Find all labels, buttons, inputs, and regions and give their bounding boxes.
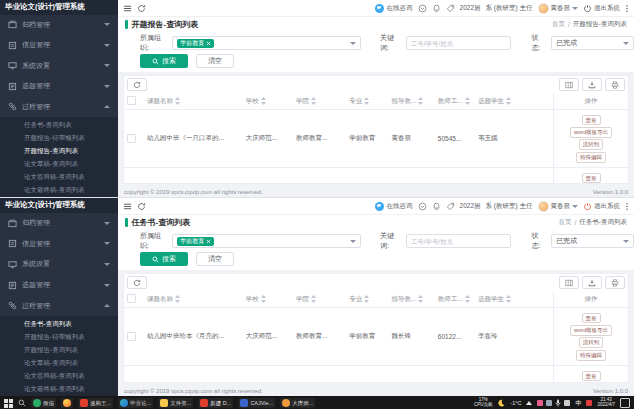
tray-icon-red[interactable]: [586, 400, 592, 406]
transfer-button[interactable]: 流转到: [579, 139, 604, 150]
weather-temp[interactable]: -1°C: [510, 400, 521, 406]
close-icon[interactable]: [206, 41, 211, 46]
org-select[interactable]: 学前教育: [172, 36, 361, 50]
sort-icon[interactable]: [175, 295, 180, 303]
col-header-student[interactable]: 选题学生: [475, 93, 553, 110]
sidebar-item-system[interactable]: 系统设置: [0, 254, 118, 275]
taskbar-app-dqsf[interactable]: 大庆师...: [280, 398, 315, 408]
tag-icon[interactable]: [446, 4, 455, 13]
start-button[interactable]: [4, 399, 13, 408]
export-button[interactable]: [582, 276, 602, 289]
search-button[interactable]: 搜索: [140, 54, 188, 68]
col-header-major[interactable]: 专业: [346, 93, 388, 110]
sidebar-subitem-draft-query[interactable]: 论文草稿-查询列表: [0, 157, 118, 170]
select-all-checkbox[interactable]: [127, 96, 136, 105]
taskbar-app-cajviewer[interactable]: CAJVie...: [238, 398, 275, 408]
sidebar-item-info[interactable]: 信息管理: [0, 35, 118, 55]
sidebar-subitem-defense-query[interactable]: 论文答辩稿-查询列表: [0, 170, 118, 183]
tray-icon-2[interactable]: [546, 400, 552, 406]
sidebar-subitem-final-query[interactable]: 论文最终稿-查询列表: [0, 382, 118, 395]
transfer-button[interactable]: 流转到: [579, 337, 604, 348]
view-button[interactable]: 查看: [582, 115, 601, 126]
sidebar-subitem-proposal-query[interactable]: 开题报告-查询列表: [0, 343, 118, 356]
row-checkbox[interactable]: [127, 134, 136, 143]
col-header-school[interactable]: 学校: [243, 291, 293, 308]
view-button[interactable]: 查看: [582, 313, 601, 324]
row-checkbox[interactable]: [127, 332, 136, 341]
sidebar-item-system[interactable]: 系统设置: [0, 56, 118, 76]
print-button[interactable]: [605, 276, 625, 289]
keyword-input[interactable]: [406, 36, 511, 50]
online-consult[interactable]: 在线咨询: [375, 4, 413, 13]
sort-icon[interactable]: [175, 97, 180, 105]
word-export-button[interactable]: word模板导出: [570, 127, 612, 138]
sidebar-item-topics[interactable]: 选题管理: [0, 76, 118, 96]
online-consult[interactable]: 在线咨询: [375, 202, 413, 211]
kebab-icon[interactable]: [625, 202, 629, 211]
sidebar-subitem-final-query[interactable]: 论文最终稿-查询列表: [0, 183, 118, 196]
export-button[interactable]: [582, 78, 602, 91]
sidebar-item-process[interactable]: 过程管理: [0, 295, 118, 316]
user-menu[interactable]: 黄春晨: [538, 3, 579, 14]
special-edit-button[interactable]: 特殊编辑: [576, 350, 606, 361]
taskbar-app-explorer[interactable]: 文件资...: [158, 398, 193, 408]
search-button[interactable]: 搜索: [140, 252, 188, 266]
status-select[interactable]: 已完成: [551, 234, 634, 248]
sort-icon[interactable]: [465, 295, 470, 303]
sidebar-item-process[interactable]: 过程管理: [0, 97, 118, 117]
columns-button[interactable]: [559, 78, 579, 91]
taskbar-app-edge-thesis[interactable]: 毕业论...: [118, 398, 153, 408]
col-header-advisor[interactable]: 指导教...: [389, 291, 435, 308]
sort-icon[interactable]: [506, 97, 511, 105]
col-header-advisor[interactable]: 指导教...: [389, 93, 435, 110]
year-selector[interactable]: 2022届: [460, 202, 481, 211]
sidebar-subitem-task-book[interactable]: 任务书-查询列表: [0, 317, 118, 330]
col-header-teacher-no[interactable]: 教师工...: [435, 291, 475, 308]
col-header-teacher-no[interactable]: 教师工...: [435, 93, 475, 110]
sidebar-subitem-proposal-review[interactable]: 开题报告-待审核列表: [0, 131, 118, 144]
sidebar-item-archive[interactable]: 归档管理: [0, 213, 118, 234]
keyword-input[interactable]: [406, 234, 511, 248]
tray-icon-1[interactable]: [537, 400, 543, 406]
org-select[interactable]: 学前教育: [172, 234, 361, 248]
sidebar-subitem-proposal-query[interactable]: 开题报告-查询列表: [0, 144, 118, 157]
view-button[interactable]: 查看: [582, 173, 601, 184]
col-header-title[interactable]: 课题名称: [144, 291, 243, 308]
sort-icon[interactable]: [418, 295, 423, 303]
columns-button[interactable]: [559, 276, 579, 289]
sort-icon[interactable]: [261, 97, 266, 105]
clear-button[interactable]: 清空: [196, 54, 234, 68]
taskbar-app-firefox[interactable]: [61, 398, 73, 408]
sort-icon[interactable]: [465, 97, 470, 105]
moon-icon[interactable]: [497, 399, 505, 407]
sort-icon[interactable]: [311, 97, 316, 105]
bell-icon[interactable]: [432, 4, 441, 13]
tray-icon-3[interactable]: [564, 400, 570, 406]
table-refresh-button[interactable]: [127, 276, 147, 289]
col-header-college[interactable]: 学院: [293, 93, 346, 110]
taskbar-app-wps[interactable]: 新建 D...: [198, 398, 233, 408]
close-icon[interactable]: [206, 239, 211, 244]
special-edit-button[interactable]: 特殊编辑: [576, 152, 606, 163]
ime-indicator[interactable]: 中: [575, 399, 581, 408]
tray-expand-icon[interactable]: [526, 401, 532, 405]
taskbar-app-sugouwang[interactable]: 速构王...: [78, 398, 113, 408]
kebab-icon[interactable]: [625, 4, 629, 13]
sort-icon[interactable]: [364, 295, 369, 303]
sidebar-item-archive[interactable]: 归档管理: [0, 15, 118, 35]
breadcrumb-home[interactable]: 首页: [559, 218, 572, 227]
word-export-button[interactable]: word模板导出: [570, 325, 612, 336]
hamburger-icon[interactable]: [123, 202, 132, 211]
sort-icon[interactable]: [418, 97, 423, 105]
sidebar-subitem-proposal-review[interactable]: 开题报告-待审核列表: [0, 330, 118, 343]
select-all-checkbox[interactable]: [127, 294, 136, 303]
sort-icon[interactable]: [311, 295, 316, 303]
col-header-major[interactable]: 专业: [346, 291, 388, 308]
user-menu[interactable]: 黄春晨: [538, 201, 579, 212]
bell-icon[interactable]: [432, 202, 441, 211]
tag-icon[interactable]: [446, 202, 455, 211]
col-header-student[interactable]: 选题学生: [475, 291, 553, 308]
sidebar-item-info[interactable]: 信息管理: [0, 233, 118, 254]
col-header-school[interactable]: 学校: [243, 93, 293, 110]
year-selector[interactable]: 2022届: [460, 4, 481, 13]
